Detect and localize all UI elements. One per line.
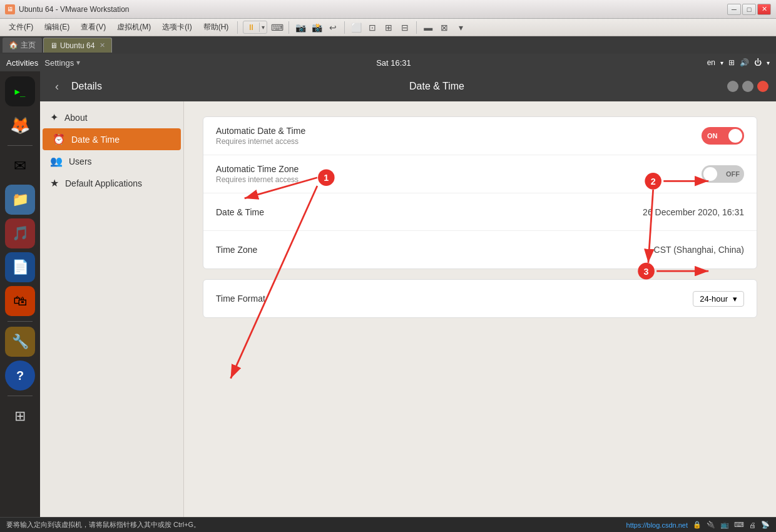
dock-wrench[interactable]: 🔧 xyxy=(5,327,35,357)
settings-sidebar: ✦ About ⏰ Date & Time 👥 Users ★ Default … xyxy=(40,101,184,517)
dock-nautilus[interactable]: 📁 xyxy=(5,185,35,215)
time-format-title: Time Format xyxy=(216,294,693,304)
dock-terminal[interactable]: ▶_ xyxy=(5,76,35,106)
auto-timezone-title: Automatic Time Zone xyxy=(216,164,702,174)
topbar-app-name[interactable]: Settings xyxy=(44,58,74,68)
toolbar-sep-1 xyxy=(237,21,238,34)
topbar-power-arrow[interactable]: ▾ xyxy=(767,59,770,66)
statusbar-url: https://blog.csdn.net xyxy=(626,521,688,529)
vm-maximize-btn[interactable]: □ xyxy=(742,4,756,15)
tab-close-btn[interactable]: ✕ xyxy=(100,41,105,49)
scale-btn[interactable]: ⊠ xyxy=(437,20,452,35)
auto-timezone-row: Automatic Time Zone Requires internet ac… xyxy=(203,155,757,193)
settings-back-btn[interactable]: ‹ xyxy=(48,77,66,96)
menu-file[interactable]: 文件(F) xyxy=(4,21,38,34)
home-icon: 🏠 xyxy=(9,41,18,49)
scale-dropdown[interactable]: ▾ xyxy=(453,20,468,35)
fullscreen-btn[interactable]: ⬜ xyxy=(349,20,364,35)
sidebar-item-users[interactable]: 👥 Users xyxy=(40,150,183,172)
auto-timezone-subtitle: Requires internet access xyxy=(216,175,702,184)
menu-tabs[interactable]: 选项卡(I) xyxy=(157,21,197,34)
topbar-right: en ▾ ⊞ 🔊 ⏻ ▾ xyxy=(707,58,770,67)
settings-close-btn[interactable] xyxy=(757,81,768,92)
play-pause-control: ⏸ ▾ xyxy=(243,21,267,34)
timezone-label: Time Zone xyxy=(216,245,654,255)
auto-datetime-row: Automatic Date & Time Requires internet … xyxy=(203,117,757,155)
settings-minimize-btn[interactable] xyxy=(727,81,738,92)
menu-edit[interactable]: 编辑(E) xyxy=(39,21,74,34)
menu-help[interactable]: 帮助(H) xyxy=(198,21,234,34)
ubuntu-desktop: Activities Settings ▾ Sat 16:31 en ▾ ⊞ 🔊… xyxy=(0,54,776,517)
topbar-lang-arrow[interactable]: ▾ xyxy=(720,59,723,66)
menu-view[interactable]: 查看(V) xyxy=(76,21,111,34)
pause-dropdown[interactable]: ▾ xyxy=(259,23,267,32)
settings-page-title: Date & Time xyxy=(146,81,727,92)
stretch-btn[interactable]: ⊞ xyxy=(381,20,396,35)
vm-minimize-btn[interactable]: ─ xyxy=(727,4,741,15)
timezone-value: CST (Shanghai, China) xyxy=(654,245,744,255)
pause-btn[interactable]: ⏸ xyxy=(243,21,259,33)
dock-separator3 xyxy=(8,396,33,396)
dock-separator xyxy=(8,145,33,146)
time-format-row: Time Format 24-hour ▾ xyxy=(203,280,757,317)
dock-app-grid[interactable]: ⊞ xyxy=(5,401,35,431)
sidebar-item-default-apps[interactable]: ★ Default Applications xyxy=(40,172,183,194)
dropdown-arrow: ▾ xyxy=(733,294,737,304)
dock-separator2 xyxy=(8,321,33,322)
snapshot2-btn[interactable]: 📸 xyxy=(309,20,324,35)
topbar-power-icon[interactable]: ⏻ xyxy=(754,58,762,67)
time-format-card: Time Format 24-hour ▾ xyxy=(203,279,757,318)
sidebar-item-datetime[interactable]: ⏰ Date & Time xyxy=(43,128,181,150)
toolbar-sep-4 xyxy=(416,21,417,34)
tab-ubuntu-label: Ubuntu 64 xyxy=(60,41,94,50)
toolbar-sep-3 xyxy=(344,21,345,34)
tab-ubuntu[interactable]: 🖥 Ubuntu 64 ✕ xyxy=(43,38,112,53)
send-ctrl-alt-del-btn[interactable]: ⌨ xyxy=(270,20,285,35)
console-btn[interactable]: ▬ xyxy=(421,20,436,35)
auto-datetime-title: Automatic Date & Time xyxy=(216,126,702,136)
menu-vm[interactable]: 虚拟机(M) xyxy=(112,21,156,34)
toggle-off-label: OFF xyxy=(726,170,740,178)
datetime-card: Automatic Date & Time Requires internet … xyxy=(203,116,757,269)
settings-window: ‹ Details Date & Time ✦ About xyxy=(40,71,776,517)
settings-header: ‹ Details Date & Time xyxy=(40,71,776,101)
sidebar-item-about[interactable]: ✦ About xyxy=(40,106,183,128)
dock-thunderbird[interactable]: ✉ xyxy=(5,151,35,181)
sidebar-users-label: Users xyxy=(69,156,92,166)
tab-home[interactable]: 🏠 主页 xyxy=(3,38,42,53)
datetime-icon: ⏰ xyxy=(53,133,65,145)
datetime-value: 26 December 2020, 16:31 xyxy=(643,207,744,217)
auto-datetime-toggle[interactable]: ON xyxy=(702,127,744,145)
settings-body: ✦ About ⏰ Date & Time 👥 Users ★ Default … xyxy=(40,101,776,517)
statusbar-icon-kb: ⌨ xyxy=(734,521,744,529)
autofit-btn[interactable]: ⊟ xyxy=(397,20,412,35)
vm-window-controls: ─ □ ✕ xyxy=(727,4,771,15)
dock-appstore[interactable]: 🛍 xyxy=(5,286,35,316)
settings-main: Automatic Date & Time Requires internet … xyxy=(184,101,776,517)
tab-home-label: 主页 xyxy=(21,40,36,51)
activities-btn[interactable]: Activities xyxy=(6,58,38,68)
snapshot-btn[interactable]: 📷 xyxy=(293,20,308,35)
users-icon: 👥 xyxy=(50,155,63,167)
statusbar-icon-printer: 🖨 xyxy=(749,521,756,529)
vm-close-btn[interactable]: ✕ xyxy=(757,4,771,15)
auto-timezone-toggle[interactable]: OFF xyxy=(702,165,744,183)
vm-tab-icon: 🖥 xyxy=(50,41,58,50)
unity-btn[interactable]: ⊡ xyxy=(365,20,380,35)
statusbar-icon-lock: 🔒 xyxy=(693,521,702,529)
settings-window-controls xyxy=(727,81,768,92)
time-format-dropdown[interactable]: 24-hour ▾ xyxy=(693,291,744,307)
dock-help[interactable]: ? xyxy=(5,361,35,391)
topbar-network-icon: ⊞ xyxy=(728,58,735,67)
dock-writer[interactable]: 📄 xyxy=(5,252,35,282)
topbar-volume-icon[interactable]: 🔊 xyxy=(740,58,749,67)
timezone-row: Time Zone CST (Shanghai, China) xyxy=(203,231,757,269)
topbar-app-arrow[interactable]: ▾ xyxy=(76,58,80,67)
datetime-value-row: Date & Time 26 December 2020, 16:31 xyxy=(203,193,757,231)
settings-maximize-btn[interactable] xyxy=(742,81,753,92)
topbar-lang[interactable]: en xyxy=(707,58,715,67)
ubuntu-dock: ▶_ 🦊 ✉ 📁 🎵 📄 🛍 🔧 ? ⊞ xyxy=(0,71,40,517)
dock-firefox[interactable]: 🦊 xyxy=(5,110,35,140)
snapshot3-btn[interactable]: ↩ xyxy=(325,20,340,35)
dock-rhythmbox[interactable]: 🎵 xyxy=(5,218,35,248)
